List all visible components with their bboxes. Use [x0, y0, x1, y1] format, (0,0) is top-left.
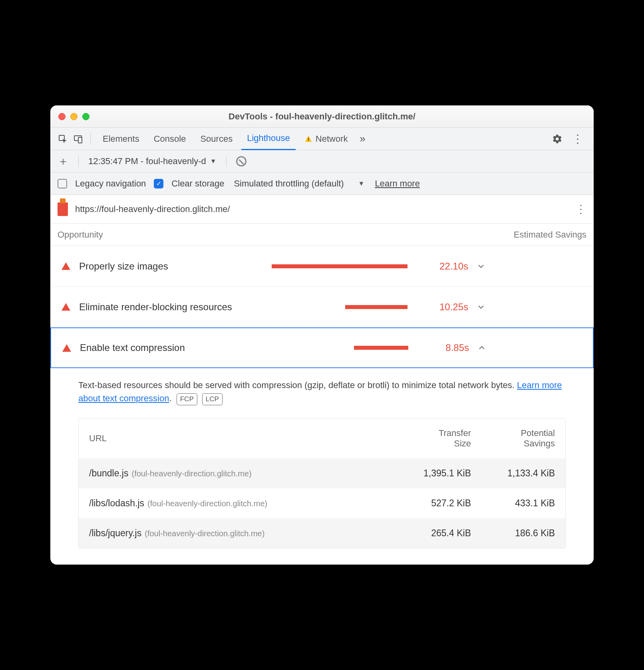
panel-tabs: Elements Console Sources Lighthouse Netw…: [50, 128, 594, 150]
potential-savings: 186.6 KiB: [471, 528, 555, 539]
caret-down-icon: ▼: [210, 158, 217, 165]
traffic-lights: [58, 113, 89, 120]
tab-network[interactable]: Network: [299, 128, 354, 150]
savings-header-label: Estimated Savings: [514, 230, 586, 240]
report-url: https://foul-heavenly-direction.glitch.m…: [75, 204, 568, 214]
legacy-navigation-checkbox[interactable]: [58, 179, 67, 188]
opportunity-title: Properly size images: [79, 261, 263, 272]
inspect-icon[interactable]: [57, 133, 69, 145]
resources-table: URL Transfer Size Potential Savings /bun…: [78, 418, 566, 549]
col-potential: Potential Savings: [471, 428, 555, 449]
resource-host: (foul-heavenly-direction.glitch.me): [131, 469, 251, 478]
col-transfer: Transfer Size: [387, 428, 471, 449]
metric-badge: LCP: [202, 393, 223, 405]
svg-rect-2: [78, 137, 82, 143]
transfer-size: 527.2 KiB: [387, 498, 471, 509]
settings-icon[interactable]: [552, 134, 563, 144]
report-url-row: https://foul-heavenly-direction.glitch.m…: [50, 195, 594, 224]
throttling-label: Simulated throttling (default): [234, 178, 344, 189]
window-title: DevTools - foul-heavenly-direction.glitc…: [58, 111, 586, 122]
clear-storage-label: Clear storage: [171, 178, 224, 189]
opportunity-header-label: Opportunity: [58, 230, 103, 240]
device-toggle-icon[interactable]: [72, 133, 84, 145]
minimize-window-button[interactable]: [70, 113, 78, 120]
resource-path: /libs/jquery.js: [89, 528, 141, 538]
lighthouse-icon: [58, 202, 68, 216]
opportunity-time: 22.10s: [416, 261, 468, 272]
clear-icon[interactable]: [236, 156, 246, 167]
tab-sources[interactable]: Sources: [195, 128, 238, 150]
table-header: URL Transfer Size Potential Savings: [79, 418, 565, 458]
tab-lighthouse[interactable]: Lighthouse: [241, 128, 296, 150]
triangle-fail-icon: [62, 344, 71, 352]
tab-console[interactable]: Console: [148, 128, 192, 150]
savings-bar: [354, 346, 408, 350]
opportunity-detail: Text-based resources should be served wi…: [50, 368, 594, 407]
opportunity-time: 10.25s: [416, 301, 468, 313]
lighthouse-subbar: ＋ 12:35:47 PM - foul-heavenly-d ▼: [50, 150, 594, 172]
opportunity-row[interactable]: Properly size images22.10s: [50, 246, 594, 287]
titlebar: DevTools - foul-heavenly-direction.glitc…: [50, 105, 594, 128]
table-row: /libs/jquery.js(foul-heavenly-direction.…: [79, 518, 565, 548]
metric-badge: FCP: [177, 393, 197, 405]
potential-savings: 1,133.4 KiB: [471, 468, 555, 479]
transfer-size: 1,395.1 KiB: [387, 468, 471, 479]
transfer-size: 265.4 KiB: [387, 528, 471, 539]
opportunity-row[interactable]: Enable text compression8.85s: [50, 327, 594, 368]
legacy-navigation-label: Legacy navigation: [75, 178, 146, 189]
clear-storage-checkbox[interactable]: ✓: [154, 179, 163, 188]
table-row: /bundle.js(foul-heavenly-direction.glitc…: [79, 458, 565, 488]
potential-savings: 433.1 KiB: [471, 498, 555, 509]
resource-host: (foul-heavenly-direction.glitch.me): [147, 499, 267, 508]
resource-host: (foul-heavenly-direction.glitch.me): [145, 529, 264, 538]
caret-down-icon[interactable]: ▼: [358, 180, 365, 187]
options-bar: Legacy navigation ✓ Clear storage Simula…: [50, 172, 594, 195]
opportunities-header: Opportunity Estimated Savings: [50, 224, 594, 246]
devtools-window: DevTools - foul-heavenly-direction.glitc…: [50, 105, 594, 565]
chevron-down-icon: [477, 303, 493, 311]
triangle-fail-icon: [62, 262, 70, 270]
learn-more-link[interactable]: Learn more: [375, 178, 420, 189]
report-menu-icon[interactable]: ⋮: [575, 202, 586, 216]
opportunity-title: Eliminate render-blocking resources: [79, 301, 263, 313]
close-window-button[interactable]: [58, 113, 66, 120]
col-url: URL: [89, 433, 387, 444]
savings-bar: [272, 264, 407, 268]
triangle-fail-icon: [62, 303, 70, 311]
svg-rect-3: [308, 138, 309, 140]
maximize-window-button[interactable]: [82, 113, 89, 120]
svg-rect-4: [308, 140, 309, 141]
new-report-button[interactable]: ＋: [58, 154, 69, 169]
chevron-up-icon: [478, 344, 494, 352]
resource-path: /libs/lodash.js: [89, 498, 144, 508]
divider: [90, 133, 91, 145]
report-selector[interactable]: 12:35:47 PM - foul-heavenly-d ▼: [88, 156, 217, 167]
detail-text: Text-based resources should be served wi…: [78, 380, 517, 390]
more-tabs-icon[interactable]: »: [357, 133, 369, 145]
resource-path: /bundle.js: [89, 468, 128, 478]
chevron-down-icon: [477, 262, 493, 270]
warning-icon: [304, 135, 312, 143]
opportunity-time: 8.85s: [417, 342, 469, 353]
tab-elements[interactable]: Elements: [97, 128, 145, 150]
opportunity-row[interactable]: Eliminate render-blocking resources10.25…: [50, 287, 594, 327]
table-row: /libs/lodash.js(foul-heavenly-direction.…: [79, 488, 565, 518]
savings-bar: [345, 305, 407, 309]
opportunity-title: Enable text compression: [80, 342, 264, 353]
